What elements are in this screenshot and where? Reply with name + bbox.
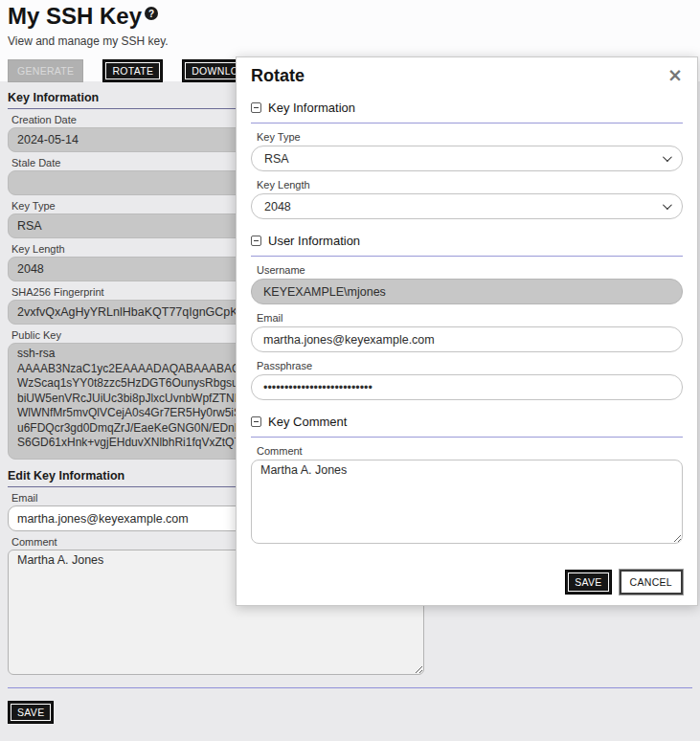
- dialog-save-button[interactable]: SAVE: [565, 570, 611, 595]
- dialog-title: Rotate: [251, 66, 305, 86]
- page-save-button[interactable]: SAVE: [8, 701, 54, 724]
- collapse-minus-icon[interactable]: [251, 416, 261, 427]
- rotate-dialog: Rotate × Key Information Key Type RSA Ke…: [236, 56, 698, 606]
- dialog-key-comment-section-header: Key Comment: [251, 415, 683, 438]
- chevron-down-icon: [663, 152, 672, 162]
- dialog-key-length-label: Key Length: [257, 179, 683, 191]
- collapse-minus-icon[interactable]: [251, 236, 261, 246]
- key-length-selected-value: 2048: [264, 200, 291, 213]
- key-length-select[interactable]: 2048: [251, 193, 683, 219]
- page-title: My SSH Key: [8, 3, 142, 30]
- username-input: [251, 279, 683, 304]
- dialog-email-input[interactable]: [251, 326, 683, 352]
- dialog-username-label: Username: [257, 264, 683, 276]
- key-type-select[interactable]: RSA: [251, 146, 683, 171]
- key-type-selected-value: RSA: [264, 152, 289, 166]
- dialog-comment-label: Comment: [257, 445, 683, 457]
- dialog-key-comment-heading: Key Comment: [268, 415, 347, 429]
- dialog-key-type-label: Key Type: [257, 131, 683, 143]
- close-icon[interactable]: ×: [667, 66, 683, 84]
- dialog-comment-textarea[interactable]: Martha A. Jones: [251, 460, 683, 544]
- rotate-button[interactable]: ROTATE: [102, 59, 163, 82]
- dialog-key-information-section-header: Key Information: [251, 101, 683, 124]
- chevron-down-icon: [663, 200, 672, 210]
- dialog-user-information-heading: User Information: [268, 234, 360, 248]
- generate-button: GENERATE: [8, 59, 83, 82]
- dialog-passphrase-label: Passphrase: [257, 360, 683, 371]
- help-icon[interactable]: ?: [145, 7, 158, 20]
- collapse-minus-icon[interactable]: [251, 102, 261, 113]
- passphrase-input[interactable]: [251, 374, 683, 400]
- dialog-key-information-heading: Key Information: [268, 101, 355, 115]
- dialog-cancel-button[interactable]: CANCEL: [620, 570, 683, 595]
- page-subtitle: View and manage my SSH key.: [8, 34, 692, 48]
- dialog-email-label: Email: [257, 312, 683, 324]
- dialog-user-information-section-header: User Information: [251, 234, 683, 257]
